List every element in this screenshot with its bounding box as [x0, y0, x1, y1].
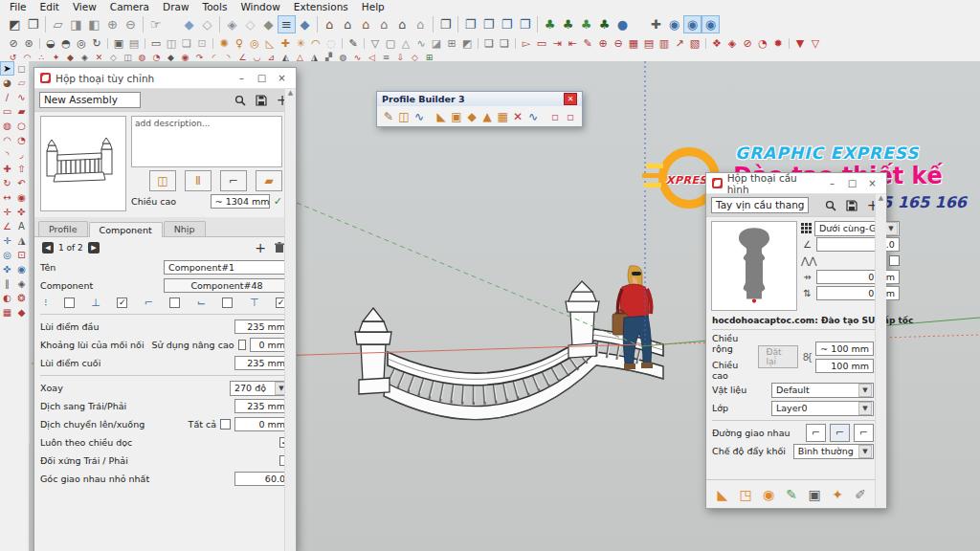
toolbar-icon[interactable]: ⌂	[412, 15, 430, 33]
menu-file[interactable]: File	[4, 1, 33, 12]
toolbar-icon[interactable]: ✎	[580, 36, 595, 51]
toolbar-icon[interactable]: ◳	[737, 486, 754, 503]
toolbar-icon[interactable]: ◉	[702, 15, 720, 33]
height-input[interactable]: ~ 1304 mm	[211, 194, 270, 209]
toolbar-icon[interactable]: ◨	[67, 15, 85, 33]
toolbar-icon[interactable]: ◇	[198, 15, 216, 33]
toolbar-icon[interactable]: ✎	[381, 108, 396, 124]
toolbar-icon[interactable]: ▦	[495, 108, 510, 124]
toolbar-icon[interactable]: ◐	[0, 291, 14, 305]
toolbar-icon[interactable]: ✐	[852, 486, 869, 503]
toolbar-icon[interactable]: △	[398, 36, 413, 51]
toolbar-icon[interactable]: ✎	[345, 36, 361, 51]
mirror-checkbox[interactable]	[889, 255, 900, 266]
toolbar-icon[interactable]: ⊡	[194, 36, 210, 51]
toolbar-icon[interactable]: ◔	[14, 133, 29, 147]
path-profile-icon[interactable]: ▰	[256, 170, 282, 191]
layer-select[interactable]: Layer0 ▼	[771, 401, 874, 416]
shift-lr-input[interactable]: 235 mm	[234, 399, 290, 413]
toolbar-icon[interactable]: ✚	[0, 162, 14, 176]
corner-profile-icon[interactable]: ⌐	[220, 170, 247, 191]
toolbar-icon[interactable]: ◈	[724, 36, 740, 51]
toolbar-icon[interactable]: ▽	[808, 36, 823, 51]
toolbar-icon[interactable]: ◔	[755, 36, 770, 51]
prev-component-icon[interactable]: ◀	[42, 242, 54, 253]
toolbar-icon[interactable]: ♣	[595, 15, 613, 33]
extrude-mode-select[interactable]: Bình thường ▼	[793, 444, 874, 459]
toolbar-icon[interactable]: ◎	[74, 36, 89, 51]
toolbar-icon[interactable]: ◉	[760, 486, 777, 503]
profile-name-input[interactable]: Tay vịn cầu thang	[711, 197, 809, 213]
toolbar-icon[interactable]: ▼	[792, 36, 808, 51]
toolbar-icon[interactable]: ∿	[525, 108, 541, 124]
toolbar-icon[interactable]: ▱	[14, 76, 29, 90]
toolbar-icon[interactable]: ◉	[14, 262, 29, 276]
material-select[interactable]: Default ▼	[771, 383, 874, 398]
tab-nhip[interactable]: Nhịp	[164, 221, 206, 236]
toolbar-icon[interactable]: ◣	[434, 108, 449, 124]
maximize-icon[interactable]: □	[254, 73, 270, 83]
offset-horizontal-input[interactable]: 0 mm	[816, 270, 900, 284]
toolbar-icon[interactable]: ◉	[14, 190, 29, 205]
toolbar-icon[interactable]: ◍	[0, 119, 14, 133]
assembly-name-input[interactable]: New Assembly	[39, 92, 141, 108]
toolbar-icon[interactable]: ⊕	[103, 15, 122, 33]
add-component-icon[interactable]: +	[255, 240, 266, 255]
component-name-input[interactable]: Component#1	[164, 260, 290, 275]
toolbar-icon[interactable]: ✦	[829, 486, 846, 503]
menu-extensions[interactable]: Extensions	[288, 1, 354, 12]
minimize-icon[interactable]: –	[824, 178, 840, 188]
toolbar-icon[interactable]: ❐	[498, 15, 516, 33]
toolbar-icon[interactable]: ▦	[626, 36, 641, 51]
minimize-icon[interactable]: –	[234, 73, 250, 83]
toolbar-icon[interactable]: ❏	[497, 36, 512, 51]
round-corner-button[interactable]: ⌐	[830, 424, 850, 442]
toolbar-icon[interactable]: ▧	[687, 36, 702, 51]
profile-builder-titlebar[interactable]: Profile Builder 3 ✕	[377, 92, 582, 106]
toolbar-icon[interactable]: ⊞	[444, 36, 459, 51]
toolbar-icon[interactable]: ◉	[683, 15, 702, 33]
scrollbar[interactable]: ▲	[875, 194, 886, 507]
toolbar-icon[interactable]: ⌂	[357, 15, 375, 33]
toolbar-icon[interactable]: ⌂	[321, 15, 339, 33]
toolbar-icon[interactable]: ⊘	[6, 36, 21, 51]
toolbar-icon[interactable]: ↶	[14, 176, 29, 190]
toolbar-icon[interactable]: A	[14, 219, 29, 233]
toolbar-icon[interactable]: ▥	[657, 36, 672, 51]
search-icon[interactable]	[232, 93, 249, 108]
end-offset-input[interactable]: 235 mm	[234, 356, 290, 370]
toolbar-icon[interactable]: ✺	[216, 36, 232, 51]
link-dimensions-icon[interactable]: 8{	[803, 352, 812, 363]
config-dialog-titlebar[interactable]: Hộp thoại cầu hình – □ ×	[706, 173, 886, 194]
toolbar-icon[interactable]: ⇧	[14, 162, 29, 176]
toolbar-icon[interactable]: ○	[14, 119, 29, 133]
placement-corner-out-checkbox[interactable]	[169, 298, 180, 308]
toolbar-icon[interactable]: ▰	[14, 104, 29, 119]
toolbar-icon[interactable]: ✜	[0, 262, 14, 276]
width-input[interactable]: ~ 100 mm	[815, 342, 874, 356]
toolbar-icon[interactable]: ◠	[308, 36, 323, 51]
toolbar-icon[interactable]: ❖	[709, 36, 724, 51]
shift-ud-input[interactable]: 0 mm	[234, 417, 290, 431]
toolbar-icon[interactable]: ➤	[0, 61, 14, 76]
toolbar-icon[interactable]: ✹	[770, 36, 786, 51]
toolbar-icon[interactable]: ✛	[0, 233, 14, 248]
toolbar-icon[interactable]: ◪	[429, 36, 444, 51]
close-icon[interactable]: ×	[274, 73, 290, 83]
toolbar-icon[interactable]: ⇥	[549, 36, 565, 51]
close-icon[interactable]: ×	[864, 178, 880, 188]
toolbar-icon[interactable]: ♣	[577, 15, 595, 33]
scrollbar[interactable]: ▲	[284, 89, 296, 551]
tab-profile[interactable]: Profile	[38, 221, 88, 236]
toolbar-icon[interactable]: ◞	[14, 147, 29, 162]
toolbar-icon[interactable]: ↔	[0, 190, 14, 205]
toolbar-icon[interactable]: ⊖	[122, 15, 140, 33]
toolbar-icon[interactable]: ◎	[0, 248, 14, 262]
toolbar-icon[interactable]: ∠	[0, 219, 14, 233]
toolbar-icon[interactable]: ▭	[148, 36, 164, 51]
toolbar-icon[interactable]: ◆	[296, 15, 314, 33]
toolbar-icon[interactable]: ◠	[0, 133, 14, 147]
menu-edit[interactable]: Edit	[34, 1, 65, 12]
toolbar-icon[interactable]: ∿	[412, 108, 427, 124]
menu-draw[interactable]: Draw	[157, 1, 194, 12]
